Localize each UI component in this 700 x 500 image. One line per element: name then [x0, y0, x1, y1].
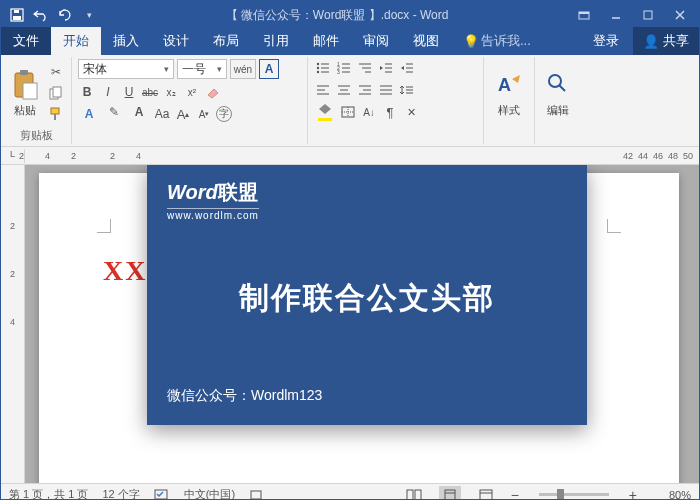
- status-words[interactable]: 12 个字: [102, 487, 139, 500]
- decrease-indent-icon[interactable]: [377, 59, 395, 77]
- tab-references[interactable]: 引用: [251, 27, 301, 55]
- vertical-ruler[interactable]: 2 2 4: [1, 165, 25, 483]
- justify-icon[interactable]: [377, 81, 395, 99]
- svg-rect-6: [644, 11, 652, 19]
- editing-button[interactable]: 编辑: [541, 69, 575, 120]
- align-right-icon[interactable]: [356, 81, 374, 99]
- document-canvas[interactable]: XX Word联盟 www.wordlm.com 制作联合公文头部 微信公众号：…: [25, 165, 699, 483]
- svg-text:A: A: [498, 75, 511, 95]
- italic-button[interactable]: I: [99, 83, 117, 101]
- ribbon: 粘贴 ✂ 剪贴板 宋体▾ 一号▾ wén A B I U abc x₂: [1, 55, 699, 147]
- format-painter-icon[interactable]: [47, 105, 65, 123]
- status-language[interactable]: 中文(中国): [184, 487, 235, 500]
- line-spacing-icon[interactable]: [398, 81, 416, 99]
- align-center-icon[interactable]: [335, 81, 353, 99]
- font-size-dropdown[interactable]: 一号▾: [177, 59, 227, 79]
- splash-overlay: Word联盟 www.wordlm.com 制作联合公文头部 微信公众号：Wor…: [147, 165, 587, 425]
- zoom-in-icon[interactable]: +: [629, 487, 637, 501]
- undo-icon[interactable]: [31, 5, 51, 25]
- strike-button[interactable]: abc: [141, 83, 159, 101]
- zoom-slider[interactable]: [539, 493, 609, 496]
- eraser-icon[interactable]: [204, 83, 222, 101]
- show-marks-icon[interactable]: ¶: [381, 103, 399, 121]
- svg-text:3: 3: [337, 69, 340, 74]
- workspace: 2 2 4 XX Word联盟 www.wordlm.com 制作联合公文头部 …: [1, 165, 699, 483]
- svg-point-16: [317, 63, 319, 65]
- cut-icon[interactable]: ✂: [47, 63, 65, 81]
- svg-rect-14: [51, 108, 59, 114]
- font-name-dropdown[interactable]: 宋体▾: [78, 59, 174, 79]
- window-controls: [569, 5, 699, 25]
- ribbon-display-icon[interactable]: [569, 5, 599, 25]
- quick-access-toolbar: ▾: [1, 5, 105, 25]
- tab-layout[interactable]: 布局: [201, 27, 251, 55]
- shrink-font-icon[interactable]: A▾: [195, 105, 213, 123]
- svg-rect-62: [445, 490, 455, 500]
- svg-rect-60: [407, 490, 413, 500]
- tab-tellme[interactable]: 💡告诉我...: [451, 27, 543, 55]
- maximize-icon[interactable]: [633, 5, 663, 25]
- view-web-icon[interactable]: [475, 486, 497, 501]
- styles-button[interactable]: A 样式: [490, 69, 528, 120]
- tab-file[interactable]: 文件: [1, 27, 51, 55]
- tab-home[interactable]: 开始: [51, 27, 101, 55]
- bullets-icon[interactable]: [314, 59, 332, 77]
- svg-rect-2: [14, 10, 19, 13]
- shading-icon[interactable]: [314, 103, 336, 121]
- view-read-icon[interactable]: [403, 486, 425, 501]
- status-spellcheck-icon[interactable]: [154, 489, 170, 501]
- svg-rect-1: [13, 16, 21, 20]
- zoom-out-icon[interactable]: −: [511, 487, 519, 501]
- numbering-icon[interactable]: 123: [335, 59, 353, 77]
- tab-view[interactable]: 视图: [401, 27, 451, 55]
- align-left-icon[interactable]: [314, 81, 332, 99]
- grow-font-icon[interactable]: A▴: [174, 105, 192, 123]
- tab-insert[interactable]: 插入: [101, 27, 151, 55]
- svg-point-18: [317, 67, 319, 69]
- save-icon[interactable]: [7, 5, 27, 25]
- svg-rect-15: [54, 114, 56, 120]
- borders-icon[interactable]: [339, 103, 357, 121]
- horizontal-ruler[interactable]: L 2 4 2 2 4 42 44 46 48 50: [1, 147, 699, 165]
- view-print-icon[interactable]: [439, 486, 461, 501]
- sort-icon[interactable]: A↓: [360, 103, 378, 121]
- tab-design[interactable]: 设计: [151, 27, 201, 55]
- close-icon[interactable]: [665, 5, 695, 25]
- multilevel-list-icon[interactable]: [356, 59, 374, 77]
- tab-mailings[interactable]: 邮件: [301, 27, 351, 55]
- char-border-icon[interactable]: A: [259, 59, 279, 79]
- status-insert-icon[interactable]: [249, 489, 263, 501]
- text-effects-icon[interactable]: A: [78, 105, 100, 123]
- document-text[interactable]: XX: [103, 255, 147, 287]
- svg-rect-61: [415, 490, 421, 500]
- status-page[interactable]: 第 1 页，共 1 页: [9, 487, 88, 500]
- share-button[interactable]: 👤共享: [633, 27, 699, 55]
- subscript-button[interactable]: x₂: [162, 83, 180, 101]
- underline-button[interactable]: U: [120, 83, 138, 101]
- increase-indent-icon[interactable]: [398, 59, 416, 77]
- superscript-button[interactable]: x²: [183, 83, 201, 101]
- margin-corner-tl: [97, 219, 111, 233]
- svg-rect-64: [480, 490, 492, 500]
- copy-icon[interactable]: [47, 84, 65, 102]
- highlight-icon[interactable]: ✎: [103, 105, 125, 123]
- brand-logo: Word联盟 www.wordlm.com: [167, 179, 567, 222]
- bold-button[interactable]: B: [78, 83, 96, 101]
- qat-customize-icon[interactable]: ▾: [79, 5, 99, 25]
- zoom-level[interactable]: 80%: [651, 489, 691, 501]
- group-paragraph: 123 A↓ ¶ ✕: [308, 57, 484, 144]
- svg-rect-4: [579, 12, 589, 14]
- group-font: 宋体▾ 一号▾ wén A B I U abc x₂ x² A ✎ A Aa A…: [72, 57, 308, 144]
- redo-icon[interactable]: [55, 5, 75, 25]
- paste-button[interactable]: 粘贴: [7, 67, 43, 120]
- share-icon: 👤: [643, 34, 659, 49]
- enclose-char-icon[interactable]: 字: [216, 106, 232, 122]
- signin-link[interactable]: 登录: [581, 27, 631, 55]
- char-shading-icon[interactable]: Aa: [153, 105, 171, 123]
- font-color-icon[interactable]: A: [128, 105, 150, 123]
- text-direction-icon[interactable]: ✕: [402, 103, 420, 121]
- minimize-icon[interactable]: [601, 5, 631, 25]
- margin-corner-tr: [607, 219, 621, 233]
- tab-review[interactable]: 审阅: [351, 27, 401, 55]
- phonetic-guide-icon[interactable]: wén: [230, 59, 256, 79]
